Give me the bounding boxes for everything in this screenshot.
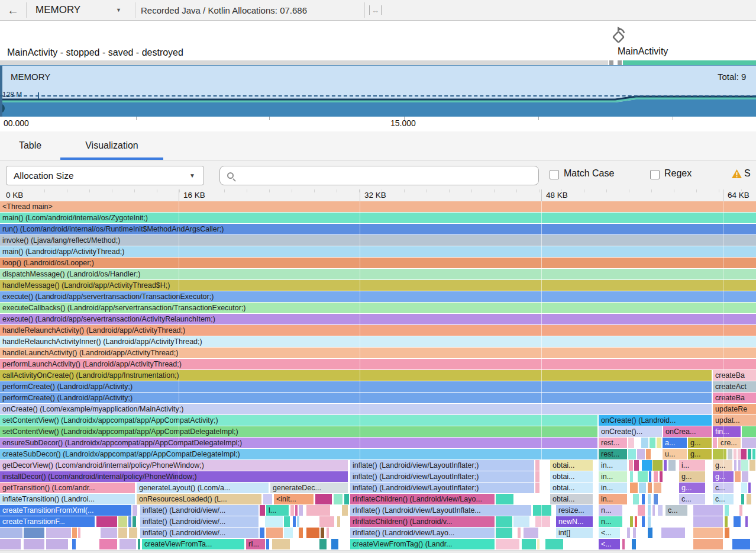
flame-segment[interactable] (738, 449, 740, 459)
flame-segment[interactable]: onCreate() (Lcom/example/myapplication/M… (0, 404, 712, 414)
flame-segment[interactable] (664, 460, 667, 471)
flame-segment[interactable]: execute() (Landroid/app/servertransactio… (0, 314, 756, 324)
flame-segment[interactable] (741, 460, 748, 471)
flame-segment[interactable] (119, 539, 136, 549)
regex-checkbox[interactable] (650, 170, 660, 179)
flame-segment[interactable] (306, 505, 330, 516)
allocation-flame-chart[interactable]: <Thread main>main() (Lcom/android/intern… (0, 201, 756, 550)
flame-segment[interactable]: in... (599, 483, 627, 493)
flame-segment[interactable]: handleMessage() (Landroid/app/ActivityTh… (0, 280, 756, 291)
flame-segment[interactable] (652, 505, 655, 516)
flame-segment[interactable]: u... (663, 449, 687, 459)
flame-segment[interactable]: inflateTransition() (Landroi... (0, 494, 135, 504)
flame-segment[interactable] (658, 505, 663, 516)
zoom-to-fit-icon[interactable]: ↔ (369, 5, 382, 15)
flame-segment[interactable] (299, 505, 303, 516)
flame-segment[interactable]: executeCallbacks() (Landroid/app/servert… (0, 303, 756, 313)
flame-segment[interactable] (628, 449, 636, 459)
flame-segment[interactable] (738, 460, 741, 471)
flame-segment[interactable]: createTransitionF... (0, 516, 95, 527)
flame-segment[interactable] (654, 494, 658, 504)
flame-segment[interactable]: createBa (713, 370, 756, 381)
flame-segment[interactable] (260, 528, 264, 538)
flame-segment[interactable]: g... (688, 449, 712, 459)
flame-segment[interactable] (297, 516, 299, 527)
flame-segment[interactable] (648, 483, 652, 493)
flame-segment[interactable] (741, 494, 744, 504)
flame-segment[interactable]: <... (599, 528, 620, 538)
flame-segment[interactable] (72, 539, 76, 549)
search-input[interactable] (240, 171, 532, 181)
flame-segment[interactable] (637, 449, 645, 459)
flame-segment[interactable] (735, 471, 741, 482)
flame-segment[interactable]: c... (665, 505, 687, 516)
flame-segment[interactable] (693, 516, 723, 527)
flame-segment[interactable] (657, 438, 661, 448)
flame-segment[interactable] (693, 539, 723, 549)
flame-segment[interactable]: installDecor() (Lcom/android/internal/po… (0, 471, 348, 482)
flame-segment[interactable]: i... (679, 460, 705, 471)
flame-segment[interactable]: handleLaunchActivity() (Landroid/app/Act… (0, 348, 756, 358)
flame-segment[interactable] (129, 528, 137, 538)
flame-segment[interactable] (496, 494, 513, 504)
flame-segment[interactable]: getTransition() (Lcom/andr... (0, 483, 135, 493)
flame-segment[interactable] (630, 483, 638, 493)
flame-segment[interactable]: rI... (246, 539, 265, 549)
back-icon[interactable]: ← (4, 0, 22, 20)
flame-segment[interactable]: generateDec... (270, 483, 348, 493)
tab-visualization[interactable]: Visualization (60, 131, 163, 160)
flame-segment[interactable] (748, 449, 751, 459)
flame-segment[interactable]: rInflate() (Landroid/view/Layo... (350, 528, 495, 538)
flame-segment[interactable]: obtai... (550, 471, 593, 482)
flame-segment[interactable]: c... (713, 483, 734, 493)
flame-segment[interactable] (642, 460, 652, 471)
flame-segment[interactable]: run() (Lcom/android/internal/os/RuntimeI… (0, 224, 756, 234)
flame-segment[interactable]: obtai... (550, 494, 593, 504)
flame-segment[interactable]: createSubDecor() (Landroidx/appcompat/ap… (0, 449, 597, 459)
flame-segment[interactable]: execute() (Landroid/app/servertransactio… (0, 291, 756, 302)
flame-segment[interactable]: rInflateChildren() (Landroid/v... (350, 516, 495, 527)
flame-segment[interactable] (319, 516, 334, 527)
chevron-down-icon[interactable]: ▼ (116, 0, 121, 20)
flame-segment[interactable] (649, 471, 651, 482)
flame-segment[interactable]: resize... (556, 505, 593, 516)
flame-segment[interactable] (334, 494, 343, 504)
flame-segment[interactable] (513, 516, 529, 527)
lifecycle-segment[interactable] (609, 60, 613, 65)
flame-segment[interactable]: performCreate() (Landroid/app/Activity;) (0, 393, 712, 403)
flame-segment[interactable] (648, 516, 651, 527)
flame-segment[interactable] (306, 528, 319, 538)
flame-segment[interactable]: performCreate() (Landroid/app/Activity;) (0, 381, 712, 392)
flame-segment[interactable] (734, 449, 736, 459)
flame-segment[interactable] (337, 516, 340, 527)
flame-segment[interactable] (0, 539, 21, 549)
flame-segment[interactable]: getDecorView() (Lcom/android/internal/po… (0, 460, 348, 471)
memory-timeline-chart[interactable]: 128 M MEMORY Total: 9 (0, 65, 756, 117)
flame-segment[interactable]: g... (679, 483, 705, 493)
flame-segment[interactable]: in... (599, 471, 627, 482)
flame-segment[interactable] (742, 426, 756, 437)
flame-segment[interactable] (342, 505, 348, 516)
flame-segment[interactable] (315, 494, 332, 504)
flame-segment[interactable] (741, 449, 747, 459)
flame-segment[interactable] (632, 539, 636, 549)
flame-segment[interactable]: l... (266, 505, 289, 516)
flame-segment[interactable]: handleRelaunchActivity() (Landroid/app/A… (0, 325, 756, 336)
flame-segment[interactable] (524, 528, 538, 538)
flame-segment[interactable]: int[] (556, 528, 593, 538)
flame-segment[interactable]: updateRe (713, 404, 756, 414)
flame-segment[interactable]: cre... (718, 438, 741, 448)
flame-segment[interactable] (293, 516, 296, 527)
flame-segment[interactable] (741, 483, 747, 493)
flame-segment[interactable] (638, 471, 648, 482)
flame-segment[interactable] (290, 505, 294, 516)
flame-segment[interactable] (496, 528, 512, 538)
flame-segment[interactable]: rInflate() (Landroid/view/LayoutInflate.… (350, 505, 531, 516)
flame-segment[interactable]: setContentView() (Landroidx/appcompat/ap… (0, 426, 597, 437)
flame-segment[interactable] (654, 483, 661, 493)
flame-segment[interactable] (725, 516, 728, 527)
flame-segment[interactable]: inflate() (Landroid/view/LayoutInflater;… (350, 483, 534, 493)
lifecycle-segment[interactable] (0, 60, 608, 65)
flame-segment[interactable] (138, 539, 140, 549)
flame-segment[interactable] (0, 528, 22, 538)
